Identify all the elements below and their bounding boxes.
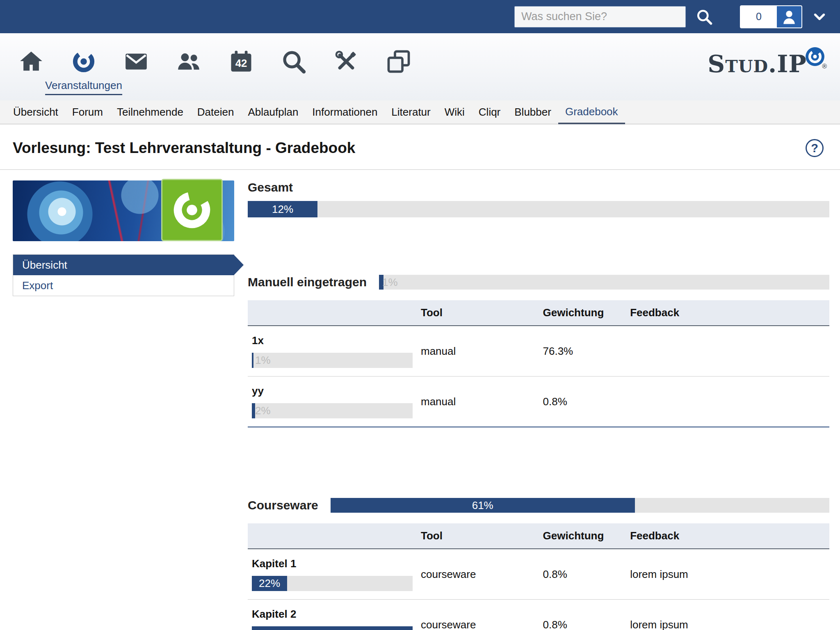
tab-literatur[interactable]: Literatur bbox=[384, 100, 437, 124]
progress-label: 22% bbox=[252, 576, 287, 591]
page-header: Vorlesung: Test Lehrveranstaltung - Grad… bbox=[0, 124, 840, 170]
sidebar-nav: Übersicht Export bbox=[13, 254, 234, 296]
entry-feedback: lorem ipsum bbox=[626, 549, 829, 600]
tab-teilnehmende[interactable]: Teilnehmende bbox=[110, 100, 190, 124]
tab-forum[interactable]: Forum bbox=[65, 100, 110, 124]
calendar-icon[interactable]: 42 bbox=[215, 49, 267, 74]
section-heading: Courseware bbox=[248, 498, 318, 512]
entry-weight: 0.8% bbox=[539, 549, 626, 600]
column-header-feedback: Feedback bbox=[626, 300, 829, 326]
table-header-row: Tool Gewichtung Feedback bbox=[248, 300, 829, 326]
entry-name: yy bbox=[252, 385, 413, 397]
total-progress-bar: 12% bbox=[248, 201, 829, 217]
progress-label: 1% bbox=[255, 353, 271, 368]
table-row: 1x 1% manual 76.3% bbox=[248, 326, 829, 377]
calendar-week-number: 42 bbox=[235, 57, 247, 69]
sidebar-item-export[interactable]: Export bbox=[13, 275, 234, 296]
course-banner-image bbox=[13, 180, 234, 241]
entry-name: Kapitel 1 bbox=[252, 557, 413, 570]
course-tab-bar: Übersicht Forum Teilnehmende Dateien Abl… bbox=[0, 100, 840, 124]
community-icon[interactable] bbox=[162, 49, 215, 74]
tab-cliqr[interactable]: Cliqr bbox=[472, 100, 507, 124]
section-heading: Manuell eingetragen bbox=[248, 275, 367, 289]
content: Übersicht Export Gesamt 12% Manuell eing… bbox=[0, 170, 840, 630]
tab-informationen[interactable]: Informationen bbox=[305, 100, 384, 124]
entry-progress-bar: 100% bbox=[252, 626, 413, 630]
files-icon[interactable] bbox=[372, 49, 425, 74]
tab-gradebook[interactable]: Gradebook bbox=[558, 100, 625, 124]
entry-progress-bar: 22% bbox=[252, 576, 413, 591]
search-input[interactable] bbox=[514, 6, 686, 27]
avatar-icon[interactable] bbox=[777, 5, 801, 28]
sidebar-item-uebersicht[interactable]: Übersicht bbox=[13, 255, 234, 275]
tab-ablaufplan[interactable]: Ablaufplan bbox=[241, 100, 305, 124]
entry-feedback: lorem ipsum bbox=[626, 600, 829, 630]
table-header-row: Tool Gewichtung Feedback bbox=[248, 523, 829, 549]
chevron-down-icon[interactable] bbox=[812, 9, 827, 24]
tab-wiki[interactable]: Wiki bbox=[438, 100, 472, 124]
section-manual: Manuell eingetragen 1% Tool Gewichtung F… bbox=[248, 275, 829, 427]
entry-weight: 76.3% bbox=[539, 326, 626, 377]
entry-name: Kapitel 2 bbox=[252, 608, 413, 621]
manual-table: Tool Gewichtung Feedback 1x 1% bbox=[248, 300, 829, 427]
home-icon[interactable] bbox=[5, 49, 57, 74]
total-heading: Gesamt bbox=[248, 180, 829, 194]
studip-logo: Stud.IP ® bbox=[708, 52, 825, 76]
entry-name: 1x bbox=[252, 334, 413, 347]
notification-user-box[interactable]: 0 bbox=[740, 5, 802, 28]
courses-icon[interactable]: Veranstaltungen bbox=[57, 49, 110, 74]
column-header-tool: Tool bbox=[417, 523, 539, 549]
messages-icon[interactable] bbox=[110, 49, 162, 74]
search-icon[interactable] bbox=[267, 49, 320, 74]
studip-logo-swirl-icon: ® bbox=[805, 46, 825, 67]
course-avatar bbox=[161, 179, 223, 241]
progress-label: 12% bbox=[248, 201, 317, 217]
column-header-gewichtung: Gewichtung bbox=[539, 300, 626, 326]
table-row: Kapitel 2 100% courseware 0.8% lorem ips… bbox=[248, 600, 829, 630]
column-header-tool: Tool bbox=[417, 300, 539, 326]
search-icon[interactable] bbox=[696, 8, 713, 25]
column-header-name bbox=[248, 523, 417, 549]
course-swirl-icon bbox=[168, 186, 216, 234]
progress-label: 61% bbox=[331, 498, 635, 513]
gradebook-main: Gesamt 12% Manuell eingetragen 1% Tool bbox=[248, 180, 829, 630]
tools-icon[interactable] bbox=[320, 49, 372, 74]
header: Veranstaltungen 42 Stud.IP ® bbox=[0, 33, 840, 100]
progress-label: 100% bbox=[252, 626, 413, 630]
studip-logo-text: Stud.IP bbox=[708, 52, 807, 76]
active-nav-label: Veranstaltungen bbox=[45, 79, 122, 95]
entry-tool: courseware bbox=[417, 549, 539, 600]
entry-progress-bar: 2% bbox=[252, 403, 413, 418]
total-block: Gesamt 12% bbox=[248, 180, 829, 217]
page-title: Vorlesung: Test Lehrveranstaltung - Grad… bbox=[13, 139, 355, 157]
progress-fill bbox=[252, 353, 253, 368]
table-row: yy 2% manual 0.8% bbox=[248, 377, 829, 427]
help-icon[interactable]: ? bbox=[806, 139, 824, 157]
column-header-feedback: Feedback bbox=[626, 523, 829, 549]
registered-mark: ® bbox=[822, 63, 827, 70]
entry-weight: 0.8% bbox=[539, 377, 626, 427]
section-progress-bar: 61% bbox=[331, 498, 829, 513]
topbar: 0 bbox=[0, 0, 840, 33]
courseware-table: Tool Gewichtung Feedback Kapitel 1 22% bbox=[248, 523, 829, 630]
entry-tool: manual bbox=[417, 377, 539, 427]
sidebar: Übersicht Export bbox=[13, 180, 234, 630]
tab-dateien[interactable]: Dateien bbox=[190, 100, 241, 124]
section-progress-bar: 1% bbox=[379, 275, 829, 290]
column-header-gewichtung: Gewichtung bbox=[539, 523, 626, 549]
progress-fill bbox=[252, 403, 255, 418]
entry-progress-bar: 1% bbox=[252, 353, 413, 368]
progress-label: 2% bbox=[255, 403, 271, 418]
section-courseware: Courseware 61% Tool Gewichtung Feedback bbox=[248, 498, 829, 630]
entry-weight: 0.8% bbox=[539, 600, 626, 630]
table-row: Kapitel 1 22% courseware 0.8% lorem ipsu… bbox=[248, 549, 829, 600]
notification-count: 0 bbox=[741, 11, 777, 23]
column-header-name bbox=[248, 300, 417, 326]
entry-tool: manual bbox=[417, 326, 539, 377]
entry-feedback bbox=[626, 326, 829, 377]
tab-uebersicht[interactable]: Übersicht bbox=[6, 100, 65, 124]
tab-blubber[interactable]: Blubber bbox=[507, 100, 558, 124]
entry-tool: courseware bbox=[417, 600, 539, 630]
progress-label: 1% bbox=[382, 275, 398, 290]
entry-feedback bbox=[626, 377, 829, 427]
